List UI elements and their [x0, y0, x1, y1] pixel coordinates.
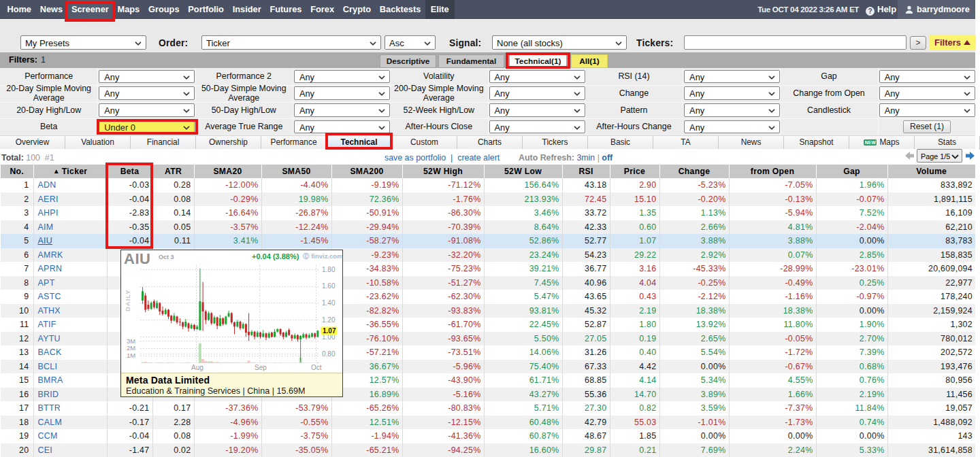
svg-text:1.40: 1.40 [322, 299, 336, 307]
svg-text:1M: 1M [127, 352, 135, 359]
svg-text:DAILY: DAILY [124, 289, 131, 311]
svg-text:1.20: 1.20 [322, 316, 336, 324]
svg-text:1.60: 1.60 [322, 282, 336, 290]
svg-text:1.80: 1.80 [322, 266, 336, 273]
svg-text:0.80: 0.80 [322, 350, 336, 358]
svg-text:Aug: Aug [191, 364, 203, 371]
svg-text:1.07: 1.07 [323, 327, 336, 335]
svg-text:Oct: Oct [311, 364, 322, 371]
svg-text:3M: 3M [127, 337, 135, 345]
svg-text:2M: 2M [127, 344, 135, 352]
svg-text:Sep: Sep [255, 364, 267, 371]
